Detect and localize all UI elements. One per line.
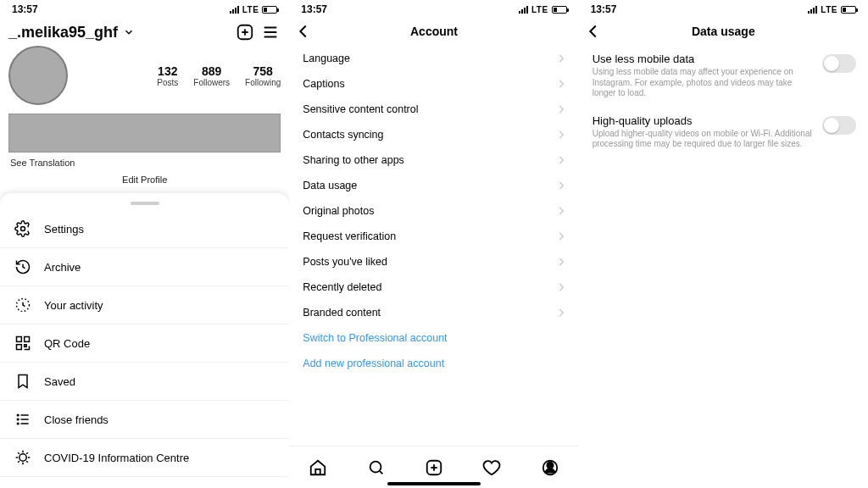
- sheet-item-label: COVID-19 Information Centre: [44, 452, 189, 464]
- account-list: Language Captions Sensitive content cont…: [289, 46, 578, 376]
- tab-home-icon[interactable]: [308, 458, 328, 478]
- back-button[interactable]: [584, 22, 603, 41]
- status-time: 13:57: [301, 3, 327, 15]
- battery-icon: [262, 6, 277, 14]
- tab-activity-icon[interactable]: [481, 458, 502, 478]
- toggle-high-quality-uploads[interactable]: [822, 116, 856, 135]
- hamburger-menu-icon[interactable]: [260, 22, 281, 42]
- qr-icon: [14, 334, 32, 352]
- chevron-right-icon: [555, 281, 567, 293]
- svg-rect-4: [25, 337, 30, 342]
- account-item-contacts-syncing[interactable]: Contacts syncing: [289, 122, 578, 147]
- activity-icon: [14, 296, 32, 314]
- sheet-item-label: Saved: [44, 375, 75, 388]
- sheet-item-your-activity[interactable]: Your activity: [0, 286, 289, 324]
- row-subtitle: Using less mobile data may affect your e…: [593, 67, 814, 99]
- chevron-down-icon[interactable]: [123, 26, 135, 38]
- sheet-grabber[interactable]: [131, 202, 159, 205]
- toggle-less-mobile-data[interactable]: [822, 54, 856, 73]
- stat-followers[interactable]: 889Followers: [193, 64, 230, 87]
- sheet-item-label: Close friends: [44, 413, 108, 426]
- svg-point-1: [21, 227, 25, 231]
- svg-point-10: [370, 461, 381, 472]
- chevron-right-icon: [555, 154, 567, 166]
- edit-profile-button[interactable]: Edit Profile: [0, 175, 289, 185]
- stat-posts[interactable]: 132Posts: [157, 64, 178, 87]
- status-right: LTE: [230, 5, 278, 14]
- account-item-sharing[interactable]: Sharing to other apps: [289, 147, 578, 173]
- account-item-sensitive-content[interactable]: Sensitive content control: [289, 97, 578, 122]
- add-post-icon[interactable]: [235, 22, 255, 42]
- account-item-recently-deleted[interactable]: Recently deleted: [289, 274, 578, 300]
- account-item-original-photos[interactable]: Original photos: [289, 198, 578, 224]
- svg-point-6: [17, 414, 19, 416]
- screen-profile-menu: 13:57 LTE _.melika95_ghf: [0, 0, 289, 488]
- screen-account: 13:57 LTE Account Language Captions Sens…: [289, 0, 578, 488]
- signal-icon: [808, 6, 817, 14]
- add-professional-link[interactable]: Add new professional account: [289, 351, 578, 376]
- sheet-item-qr-code[interactable]: QR Code: [0, 324, 289, 363]
- data-usage-row-high-quality-uploads: High-quality uploads Upload higher-quali…: [579, 108, 868, 158]
- account-item-data-usage[interactable]: Data usage: [289, 173, 578, 198]
- bio-block: [8, 114, 281, 152]
- chevron-right-icon: [555, 53, 567, 64]
- chevron-right-icon: [555, 180, 567, 191]
- account-item-language[interactable]: Language: [289, 46, 578, 71]
- page-title: Account: [410, 25, 458, 38]
- network-label: LTE: [531, 5, 548, 14]
- sheet-item-covid-info[interactable]: COVID-19 Information Centre: [0, 439, 289, 477]
- svg-rect-3: [17, 337, 22, 342]
- row-subtitle: Upload higher-quality videos on mobile o…: [593, 129, 814, 150]
- avatar[interactable]: [8, 46, 68, 105]
- page-title: Data usage: [692, 25, 755, 38]
- sheet-item-close-friends[interactable]: Close friends: [0, 401, 289, 439]
- data-usage-row-less-mobile-data: Use less mobile data Using less mobile d…: [579, 46, 868, 108]
- username[interactable]: _.melika95_ghf: [8, 24, 118, 42]
- sheet-item-label: Your activity: [44, 299, 103, 312]
- signal-icon: [230, 6, 239, 14]
- status-time: 13:57: [12, 3, 38, 15]
- stat-following[interactable]: 758Following: [245, 64, 281, 87]
- battery-icon: [841, 6, 856, 14]
- account-item-posts-liked[interactable]: Posts you've liked: [289, 249, 578, 274]
- account-item-branded-content[interactable]: Branded content: [289, 300, 578, 325]
- network-label: LTE: [821, 5, 837, 14]
- sheet-item-label: Settings: [44, 223, 84, 236]
- chevron-right-icon: [555, 230, 567, 242]
- row-title: High-quality uploads: [593, 114, 814, 129]
- chevron-right-icon: [555, 103, 567, 115]
- tab-profile-icon[interactable]: [540, 458, 560, 478]
- tab-add-icon[interactable]: [424, 458, 444, 478]
- svg-point-9: [19, 454, 26, 461]
- home-indicator[interactable]: [387, 482, 481, 485]
- nav-header: Account: [289, 17, 578, 46]
- see-translation[interactable]: See Translation: [0, 156, 289, 175]
- profile-action-sheet: Settings Archive Your activity QR Code S…: [0, 193, 289, 488]
- svg-point-7: [17, 419, 19, 420]
- account-item-captions[interactable]: Captions: [289, 71, 578, 97]
- status-bar: 13:57 LTE: [579, 0, 868, 17]
- svg-rect-5: [17, 345, 22, 350]
- gear-icon: [14, 219, 32, 238]
- tab-search-icon[interactable]: [366, 458, 387, 478]
- chevron-right-icon: [555, 129, 567, 141]
- status-right: LTE: [519, 5, 567, 14]
- battery-icon: [552, 6, 567, 14]
- status-bar: 13:57 LTE: [0, 0, 289, 17]
- list-icon: [14, 410, 32, 429]
- archive-icon: [14, 258, 32, 276]
- status-bar: 13:57 LTE: [289, 0, 578, 17]
- sheet-item-settings[interactable]: Settings: [0, 210, 289, 248]
- bookmark-icon: [14, 372, 32, 391]
- chevron-right-icon: [555, 205, 567, 217]
- chevron-right-icon: [555, 307, 567, 319]
- chevron-right-icon: [555, 78, 567, 90]
- sheet-item-saved[interactable]: Saved: [0, 363, 289, 401]
- account-item-request-verification[interactable]: Request verification: [289, 224, 578, 249]
- profile-header: _.melika95_ghf: [0, 17, 289, 46]
- sheet-item-archive[interactable]: Archive: [0, 248, 289, 286]
- network-label: LTE: [242, 5, 259, 14]
- status-right: LTE: [808, 5, 856, 14]
- back-button[interactable]: [294, 22, 313, 41]
- switch-professional-link[interactable]: Switch to Professional account: [289, 325, 578, 351]
